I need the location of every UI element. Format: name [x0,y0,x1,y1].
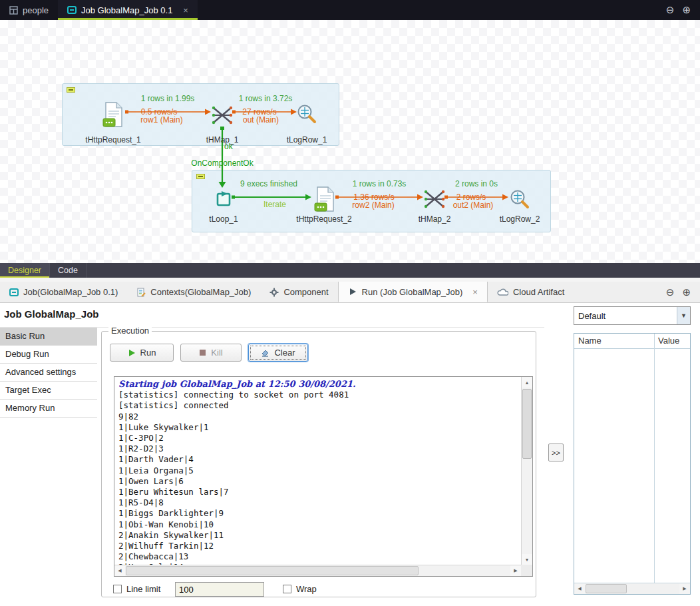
scroll-down-icon[interactable]: ▼ [522,554,532,565]
component-label[interactable]: tLogRow_1 [287,135,327,145]
tab-run[interactable]: Run (Job GlobalMap_Job) × [338,282,488,302]
console-line: 1|Leia Organa|5 [118,465,521,476]
scroll-right-icon[interactable]: ▶ [679,583,690,594]
table-header-row: Name Value [574,334,690,349]
console-line: 1|Biggs Darklighter|9 [118,508,521,519]
maximize-icon[interactable]: ⊕ [682,4,691,16]
maximize-icon[interactable]: ⊕ [682,286,691,298]
console-line: 1|R5-D4|8 [118,497,521,508]
horizontal-scrollbar[interactable]: ◀ ▶ [114,565,521,576]
expand-context-button[interactable]: >> [548,444,564,461]
execution-console[interactable]: Starting job GlobalMap_Job at 12:50 30/0… [114,376,533,577]
horizontal-scrollbar[interactable]: ◀ ▶ [574,583,690,594]
job-designer-canvas[interactable]: tHttpRequest_1 tHMap_1 tLogRow_1 1 rows … [0,20,700,263]
sidebar-item-advanced-settings[interactable]: Advanced settings [0,364,97,382]
tab-code-label: Code [58,266,78,275]
horizontal-scrollbar-thumb[interactable] [586,584,627,593]
scroll-left-icon[interactable]: ◀ [574,583,585,594]
kill-button[interactable]: Kill [180,344,242,362]
sidebar-item-target-exec[interactable]: Target Exec [0,382,97,400]
close-icon[interactable]: × [183,5,188,15]
editor-tab-people[interactable]: people [0,0,58,20]
context-panel: Default ▼ Name Value ◀ ▶ [574,306,691,595]
context-variables-table: Name Value ◀ ▶ [574,333,691,595]
thttprequest-icon[interactable] [313,186,337,216]
clear-button-label: Clear [274,348,295,358]
table-icon [9,6,18,15]
job-icon [67,5,77,15]
cloud-icon [497,288,508,296]
context-select[interactable]: Default ▼ [574,306,691,325]
minimize-icon[interactable]: ⊖ [666,4,675,16]
clear-button[interactable]: Clear [248,344,308,362]
editor-tab-label: Job GlobalMap_Job 0.1 [81,5,172,15]
component-gear-icon [269,288,279,297]
wrap-label: Wrap [296,584,317,594]
tlogrow-icon[interactable] [296,103,317,127]
tab-run-label: Run (Job GlobalMap_Job) [362,287,463,297]
component-label[interactable]: tLoop_1 [209,214,238,224]
minimize-icon[interactable]: ⊖ [666,286,675,298]
sidebar-item-debug-run[interactable]: Debug Run [0,346,97,364]
editor-tab-bar: people Job GlobalMap_Job 0.1 × ⊖ ⊕ [0,0,700,20]
tab-component[interactable]: Component [260,282,337,302]
run-play-icon [348,287,357,296]
sidebar-item-memory-run[interactable]: Memory Run [0,400,97,418]
link-row-stats: 1 rows in 1.99s [141,94,195,103]
link-name[interactable]: out2 (Main) [453,200,494,210]
tlogrow-icon[interactable] [509,188,530,212]
scroll-left-icon[interactable]: ◀ [114,565,125,576]
tloop-icon[interactable] [214,190,233,211]
tab-cloud-artifact[interactable]: Cloud Artifact [488,282,574,302]
chevron-down-icon[interactable]: ▼ [677,307,690,324]
close-icon[interactable]: × [472,287,478,297]
view-tab-bar: Job(GlobalMap_Job 0.1) Contexts(GlobalMa… [0,282,700,303]
link-name[interactable]: row1 (Main) [140,115,182,125]
thmap-icon[interactable] [423,188,446,213]
line-limit-label: Line limit [126,584,160,594]
console-line: 1|C-3PO|2 [118,433,521,444]
link-name[interactable]: row2 (Main) [352,200,394,210]
editor-tab-job[interactable]: Job GlobalMap_Job 0.1 × [58,0,198,20]
view-tab-bar-actions: ⊖ ⊕ [666,282,700,302]
line-limit-input[interactable] [175,582,264,597]
horizontal-scrollbar-thumb[interactable] [126,566,419,575]
vertical-scrollbar-thumb[interactable] [522,389,532,459]
tab-designer[interactable]: Designer [0,263,50,278]
column-header-value[interactable]: Value [658,336,679,346]
execution-groupbox: Execution Run Kill Clear Starting job Gl… [101,331,536,597]
tab-contexts-label: Contexts(GlobalMap_Job) [150,287,251,297]
run-button-label: Run [140,348,156,358]
component-label[interactable]: tLogRow_2 [500,214,540,224]
wrap-checkbox[interactable] [283,585,291,593]
run-button[interactable]: Run [110,344,174,362]
console-line: [statistics] connecting to socket on por… [118,390,521,400]
vertical-scrollbar[interactable]: ▲ ▼ [521,377,532,565]
thttprequest-icon[interactable] [101,101,125,132]
run-play-icon [128,349,136,357]
component-label[interactable]: tHMap_2 [419,214,451,224]
scroll-right-icon[interactable]: ▶ [510,565,521,576]
line-limit-checkbox[interactable] [113,585,122,593]
page-title: Job GlobalMap_Job [4,308,99,320]
component-label[interactable]: tHttpRequest_1 [85,135,140,145]
run-view: Job GlobalMap_Job Basic Run Debug Run Ad… [0,303,700,606]
tab-component-label: Component [283,287,328,297]
component-label[interactable]: tHttpRequest_2 [296,214,351,224]
link-name[interactable]: Iterate [263,200,286,209]
console-output: Starting job GlobalMap_Job at 12:50 30/0… [114,377,521,565]
tab-cloud-artifact-label: Cloud Artifact [513,287,564,297]
talend-studio-window: people Job GlobalMap_Job 0.1 × ⊖ ⊕ [0,0,700,606]
scroll-up-icon[interactable]: ▲ [522,377,532,388]
tab-contexts[interactable]: Contexts(GlobalMap_Job) [127,282,260,302]
context-select-value: Default [574,311,677,321]
trigger-connection-label[interactable]: OnComponentOk [191,158,253,168]
tab-code[interactable]: Code [50,263,87,278]
thmap-icon[interactable] [211,104,234,129]
column-header-name[interactable]: Name [578,336,602,346]
sidebar-item-basic-run[interactable]: Basic Run [0,328,97,346]
tab-job[interactable]: Job(GlobalMap_Job 0.1) [0,282,127,302]
component-label[interactable]: tHMap_1 [206,135,239,145]
link-name[interactable]: out (Main) [243,115,279,125]
link-row-stats: 1 rows in 3.72s [239,94,293,103]
